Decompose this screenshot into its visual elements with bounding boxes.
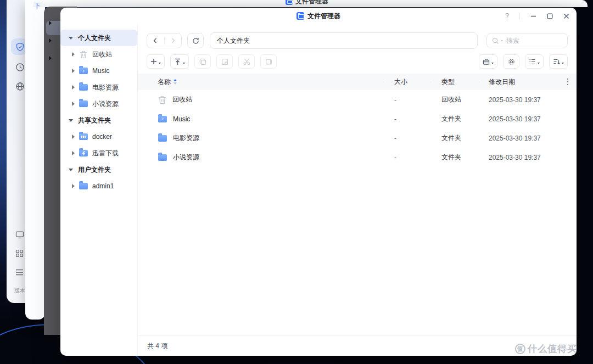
folder-icon	[79, 84, 88, 91]
folder-icon	[79, 183, 88, 189]
folder-music-icon: ♪	[158, 116, 167, 122]
table-row[interactable]: ♪ Music - 文件夹 2025-03-30 19:37	[138, 109, 577, 128]
back-window-app-icon	[286, 0, 293, 5]
sidebar-item-thunder-download[interactable]: 迅雷下载	[60, 145, 137, 161]
copy-button[interactable]	[194, 54, 211, 69]
column-header-name[interactable]: 名称	[138, 77, 383, 87]
chevron-down-icon[interactable]	[69, 119, 73, 122]
chevron-down-icon[interactable]	[69, 169, 73, 171]
sidebar-item-user-folder[interactable]: 用户文件夹	[60, 161, 137, 178]
briefcase-icon	[483, 58, 490, 65]
navigation-row: 个人文件夹 搜索	[138, 24, 577, 49]
maximize-button[interactable]	[547, 13, 553, 19]
refresh-icon	[192, 37, 199, 44]
column-header-size[interactable]: 大小	[383, 77, 430, 87]
copy-icon	[199, 58, 206, 65]
file-manager-window: 文件管理器 ? 个人文件夹 回收站	[60, 8, 577, 356]
sort-icon	[553, 58, 560, 65]
titlebar[interactable]: 文件管理器 ?	[60, 8, 577, 24]
settings-button[interactable]	[503, 54, 519, 69]
gear-icon	[508, 58, 515, 65]
chevron-right-icon[interactable]	[72, 151, 75, 155]
clock-icon[interactable]	[15, 63, 25, 72]
sidebar-item-docker[interactable]: docker	[60, 128, 137, 145]
background-launcher-panel: 版本	[7, 0, 26, 303]
sidebar-item-admin1[interactable]: admin1	[60, 178, 137, 194]
task-manager-button[interactable]	[479, 54, 497, 69]
upload-icon	[174, 58, 181, 65]
globe-icon[interactable]	[15, 82, 25, 91]
cut-button[interactable]	[238, 54, 255, 69]
back-window-title: 文件管理器	[295, 0, 328, 6]
forward-button[interactable]	[170, 37, 176, 44]
empty-file-area[interactable]	[138, 167, 577, 335]
chevron-right-icon[interactable]	[72, 69, 75, 73]
folder-icon	[158, 154, 167, 161]
new-item-button[interactable]	[147, 54, 165, 69]
plus-icon	[150, 58, 157, 65]
table-row[interactable]: 回收站 - 回收站 2025-03-30 19:37	[138, 90, 577, 109]
list-view-icon	[529, 58, 536, 65]
table-row[interactable]: 小说资源 - 文件夹 2025-03-30 19:37	[138, 148, 577, 167]
sidebar-item-movies[interactable]: 电影资源	[60, 79, 137, 96]
shield-icon[interactable]	[15, 42, 25, 52]
folder-music-icon: ♪	[79, 68, 88, 74]
column-header-modified[interactable]: 修改日期	[479, 77, 559, 87]
dropdown-caret-icon	[491, 63, 494, 64]
desktop: 版本 下 文件管理器 文件管理器 ?	[0, 0, 593, 364]
status-bar: 共 4 项	[138, 335, 577, 356]
content-panel: 个人文件夹 搜索	[137, 24, 577, 356]
watermark-badge: 值	[515, 344, 525, 354]
monitor-icon[interactable]	[15, 231, 24, 239]
sort-arrows-icon[interactable]	[174, 79, 177, 85]
tree-arrow-icon	[49, 21, 52, 25]
titlebar-divider	[519, 13, 520, 19]
chevron-right-icon[interactable]	[72, 184, 75, 188]
search-icon	[492, 37, 499, 44]
chevron-right-icon[interactable]	[72, 135, 75, 139]
column-header-type[interactable]: 类型	[430, 77, 479, 87]
view-mode-button[interactable]	[525, 54, 544, 69]
dropdown-caret-icon	[538, 63, 540, 64]
tree-arrow-icon	[49, 56, 52, 60]
sidebar-item-recycle-bin[interactable]: 回收站	[60, 46, 137, 63]
version-label: 版本	[14, 287, 25, 295]
folder-docker-icon	[79, 133, 88, 140]
table-row[interactable]: 电影资源 - 文件夹 2025-03-30 19:37	[138, 128, 577, 148]
dropdown-caret-icon	[562, 63, 564, 64]
search-placeholder: 搜索	[506, 36, 519, 46]
close-button[interactable]	[563, 13, 569, 19]
search-scope-caret-icon[interactable]	[501, 40, 503, 42]
back-button[interactable]	[152, 37, 159, 44]
item-count: 共 4 项	[147, 341, 167, 351]
dropdown-caret-icon	[183, 63, 185, 64]
chevron-down-icon[interactable]	[69, 37, 73, 40]
chevron-right-icon[interactable]	[72, 102, 75, 106]
sidebar-item-music[interactable]: ♪ Music	[60, 63, 137, 79]
paste-button[interactable]	[216, 54, 233, 69]
search-input[interactable]: 搜索	[486, 33, 568, 48]
background-panel	[25, 0, 45, 320]
chevron-right-icon[interactable]	[72, 52, 75, 57]
tree-arrow-icon	[49, 38, 52, 43]
watermark-text: 什么值得买	[528, 343, 577, 355]
sidebar-item-shared-folder[interactable]: 共享文件夹	[60, 112, 137, 128]
grid-apps-icon[interactable]	[15, 249, 24, 257]
chevron-right-icon[interactable]	[72, 85, 75, 89]
duplicate-button[interactable]	[260, 54, 277, 69]
column-options-button[interactable]	[559, 79, 577, 86]
help-button[interactable]: ?	[505, 12, 509, 20]
breadcrumb-path: 个人文件夹	[217, 36, 250, 46]
sort-button[interactable]	[549, 54, 568, 69]
breadcrumb-input[interactable]: 个人文件夹	[210, 32, 478, 49]
refresh-button[interactable]	[187, 33, 204, 48]
minimize-button[interactable]	[530, 13, 536, 19]
folder-icon	[158, 135, 167, 142]
menu-lines-icon[interactable]	[15, 269, 24, 276]
sidebar: 个人文件夹 回收站 ♪ Music 电影资源	[60, 24, 137, 356]
trash-icon	[158, 96, 166, 104]
sidebar-item-personal-folder[interactable]: 个人文件夹	[60, 30, 137, 46]
sidebar-item-novels[interactable]: 小说资源	[60, 96, 137, 112]
upload-button[interactable]	[170, 54, 189, 69]
dropdown-caret-icon	[159, 63, 161, 64]
